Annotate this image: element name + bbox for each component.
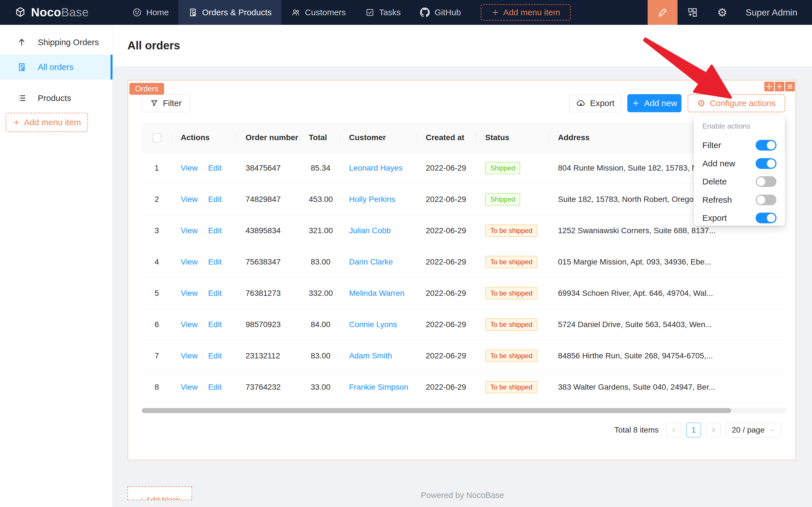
page-header: All orders [113, 25, 812, 66]
page-title: All orders [127, 39, 180, 52]
view-link[interactable]: View [181, 320, 198, 329]
column-header-actions[interactable]: Actions [172, 123, 237, 152]
sidebar-item-shipping-orders[interactable]: Shipping Orders [0, 30, 113, 55]
toggle-label: Refresh [702, 195, 732, 205]
add-block-quick-button[interactable] [775, 82, 785, 91]
column-header-created-at[interactable]: Created at [417, 123, 476, 152]
edit-link[interactable]: Edit [208, 258, 222, 266]
drag-handle-button[interactable] [764, 82, 774, 91]
prev-page-button[interactable] [666, 423, 681, 437]
nav-item-orders-products[interactable]: Orders & Products [178, 0, 281, 25]
horizontal-scrollbar[interactable] [142, 408, 786, 413]
gear-icon: ⚙ [697, 99, 705, 108]
table-row: 8ViewEdit7376423233.00Frankie Simpson202… [142, 372, 786, 403]
edit-link[interactable]: Edit [208, 351, 222, 360]
blocks-grid-icon [687, 7, 698, 18]
delete-toggle[interactable] [756, 176, 776, 187]
nav-item-github[interactable]: GitHub [410, 0, 470, 25]
sidebar-item-products[interactable]: Products [0, 86, 113, 111]
home-smiley-icon [132, 8, 142, 17]
plus-icon [491, 8, 499, 16]
customer-link[interactable]: Melinda Warren [349, 289, 405, 297]
nocobase-logo[interactable]: NocoBase [0, 0, 89, 25]
view-link[interactable]: View [181, 383, 198, 391]
nav-item-home[interactable]: Home [123, 0, 178, 25]
highlighter-icon [657, 7, 668, 18]
user-menu[interactable]: Super Admin [737, 0, 812, 25]
status-badge: Shipped [485, 193, 520, 206]
export-button-label: Export [590, 98, 615, 108]
edit-link[interactable]: Edit [208, 195, 222, 204]
ui-editor-button[interactable] [648, 0, 678, 25]
customer-link[interactable]: Connie Lyons [349, 320, 397, 329]
export-button[interactable]: Export [569, 94, 621, 112]
customer-link[interactable]: Frankie Simpson [349, 383, 408, 391]
topbar-add-menu-item-button[interactable]: Add menu item [481, 4, 571, 20]
nav-item-label: GitHub [434, 8, 461, 17]
total-cell: 84.00 [300, 309, 340, 340]
view-link[interactable]: View [181, 164, 198, 172]
row-index: 8 [142, 372, 172, 403]
column-header-total[interactable]: Total [300, 123, 340, 152]
customer-link[interactable]: Holly Perkins [349, 195, 395, 204]
customer-link[interactable]: Julian Cobb [349, 226, 391, 235]
sidebar-add-menu-item-button[interactable]: Add menu item [6, 113, 88, 132]
created-at-cell: 2022-06-29 [417, 372, 476, 403]
status-cell: To be shipped [476, 277, 549, 309]
filter-button[interactable]: Filter [142, 94, 190, 112]
add-new-button-label: Add new [644, 98, 677, 108]
view-link[interactable]: View [181, 226, 198, 235]
view-link[interactable]: View [181, 351, 198, 360]
toggle-label: Export [702, 213, 727, 223]
row-index: 5 [142, 277, 172, 309]
row-index: 2 [142, 183, 172, 215]
enable-action-export: Export [702, 209, 776, 227]
customer-link[interactable]: Darin Clarke [349, 258, 393, 266]
edit-link[interactable]: Edit [208, 226, 222, 235]
sidebar-item-all-orders[interactable]: All orders [0, 55, 113, 79]
edit-link[interactable]: Edit [208, 289, 222, 297]
filter-toggle[interactable] [756, 140, 776, 151]
add-new-toggle[interactable] [756, 158, 776, 169]
next-page-button[interactable] [706, 423, 721, 437]
action-divider [203, 258, 203, 266]
blocks-button[interactable] [678, 0, 707, 25]
edit-link[interactable]: Edit [208, 164, 222, 172]
customer-link[interactable]: Adam Smith [349, 351, 392, 360]
nav-item-label: Orders & Products [202, 8, 272, 17]
created-at-cell: 2022-06-29 [417, 183, 476, 215]
nav-item-tasks[interactable]: Tasks [355, 0, 410, 25]
column-header-order-number[interactable]: Order number [237, 123, 300, 152]
page-1-button[interactable]: 1 [686, 423, 701, 437]
view-link[interactable]: View [181, 195, 198, 204]
hamburger-menu-icon [787, 83, 793, 90]
settings-button[interactable]: ⚙ [707, 0, 737, 25]
column-header-customer[interactable]: Customer [340, 123, 417, 152]
configure-actions-button[interactable]: ⚙ Configure actions [688, 94, 785, 112]
nav-item-customers[interactable]: Customers [281, 0, 355, 25]
status-badge: To be shipped [485, 381, 537, 393]
status-cell: To be shipped [476, 246, 549, 277]
page-size-select[interactable]: 20 / page [726, 423, 781, 437]
move-icon [765, 83, 773, 90]
select-all-checkbox[interactable] [152, 133, 161, 143]
status-badge: To be shipped [485, 287, 537, 299]
refresh-toggle[interactable] [756, 194, 776, 205]
status-badge: Shipped [485, 162, 520, 174]
export-toggle[interactable] [756, 213, 776, 223]
view-link[interactable]: View [181, 258, 198, 266]
top-navbar: NocoBase Home Orders & Products Customer… [0, 0, 812, 25]
customer-link[interactable]: Leonard Hayes [349, 164, 403, 172]
column-header-status[interactable]: Status [476, 123, 549, 152]
add-new-button[interactable]: Add new [627, 94, 682, 112]
edit-link[interactable]: Edit [208, 320, 222, 329]
list-icon [17, 93, 26, 103]
toggle-knob [767, 159, 775, 168]
view-link[interactable]: View [181, 289, 198, 297]
topbar-add-menu-item-label: Add menu item [503, 8, 560, 17]
block-collection-tag: Orders [129, 83, 164, 95]
order-number-cell: 38475647 [237, 152, 300, 183]
edit-link[interactable]: Edit [208, 383, 222, 391]
block-menu-button[interactable] [785, 82, 795, 91]
scrollbar-thumb[interactable] [142, 408, 731, 413]
